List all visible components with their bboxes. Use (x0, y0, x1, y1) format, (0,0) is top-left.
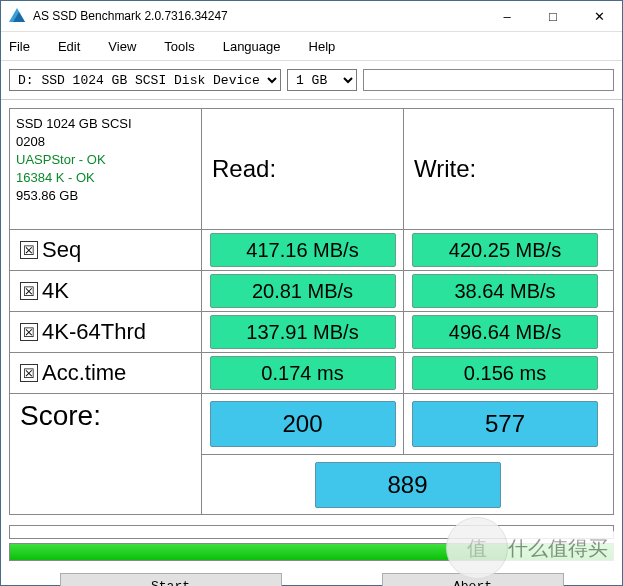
acc-label: Acc.time (42, 360, 126, 386)
drive-align: 16384 K - OK (16, 169, 95, 187)
start-button[interactable]: Start (60, 573, 282, 586)
4k64-read: 137.91 MB/s (210, 315, 396, 349)
drive-rev: 0208 (16, 133, 45, 151)
acc-write: 0.156 ms (412, 356, 598, 390)
drive-name: SSD 1024 GB SCSI (16, 115, 132, 133)
maximize-button[interactable]: □ (530, 1, 576, 31)
acc-checkbox[interactable]: ☒ (20, 364, 38, 382)
4k64-checkbox[interactable]: ☒ (20, 323, 38, 341)
read-header: Read: (202, 149, 403, 189)
seq-checkbox[interactable]: ☒ (20, 241, 38, 259)
watermark-text: 什么值得买 (500, 531, 616, 566)
menu-file[interactable]: File (9, 39, 30, 54)
acc-read: 0.174 ms (210, 356, 396, 390)
watermark-logo: 值 (446, 517, 508, 579)
score-label: Score: (16, 396, 105, 436)
toolbar: D: SSD 1024 GB SCSI Disk Device 1 GB (1, 61, 622, 100)
seq-label: Seq (42, 237, 81, 263)
seq-write: 420.25 MB/s (412, 233, 598, 267)
menu-view[interactable]: View (108, 39, 136, 54)
score-total: 889 (315, 462, 501, 508)
4k-checkbox[interactable]: ☒ (20, 282, 38, 300)
menu-language[interactable]: Language (223, 39, 281, 54)
title-bar: AS SSD Benchmark 2.0.7316.34247 – □ ✕ (1, 1, 622, 32)
app-icon (7, 6, 27, 26)
watermark: 值 什么值得买 (446, 517, 616, 579)
menu-edit[interactable]: Edit (58, 39, 80, 54)
score-read: 200 (210, 401, 396, 447)
seq-read: 417.16 MB/s (210, 233, 396, 267)
menu-help[interactable]: Help (309, 39, 336, 54)
4k-label: 4K (42, 278, 69, 304)
minimize-button[interactable]: – (484, 1, 530, 31)
toolbar-progress (363, 69, 614, 91)
drive-driver: UASPStor - OK (16, 151, 106, 169)
4k-read: 20.81 MB/s (210, 274, 396, 308)
drive-info: SSD 1024 GB SCSI 0208 UASPStor - OK 1638… (10, 109, 202, 229)
menu-bar: File Edit View Tools Language Help (1, 32, 622, 61)
results-panel: SSD 1024 GB SCSI 0208 UASPStor - OK 1638… (9, 108, 614, 515)
drive-capacity: 953.86 GB (16, 187, 78, 205)
4k-write: 38.64 MB/s (412, 274, 598, 308)
window-title: AS SSD Benchmark 2.0.7316.34247 (33, 9, 484, 23)
score-write: 577 (412, 401, 598, 447)
write-header: Write: (404, 149, 606, 189)
size-select[interactable]: 1 GB (287, 69, 357, 91)
disk-select[interactable]: D: SSD 1024 GB SCSI Disk Device (9, 69, 281, 91)
menu-tools[interactable]: Tools (164, 39, 194, 54)
app-window: AS SSD Benchmark 2.0.7316.34247 – □ ✕ Fi… (0, 0, 623, 586)
close-button[interactable]: ✕ (576, 1, 622, 31)
4k64-label: 4K-64Thrd (42, 319, 146, 345)
4k64-write: 496.64 MB/s (412, 315, 598, 349)
